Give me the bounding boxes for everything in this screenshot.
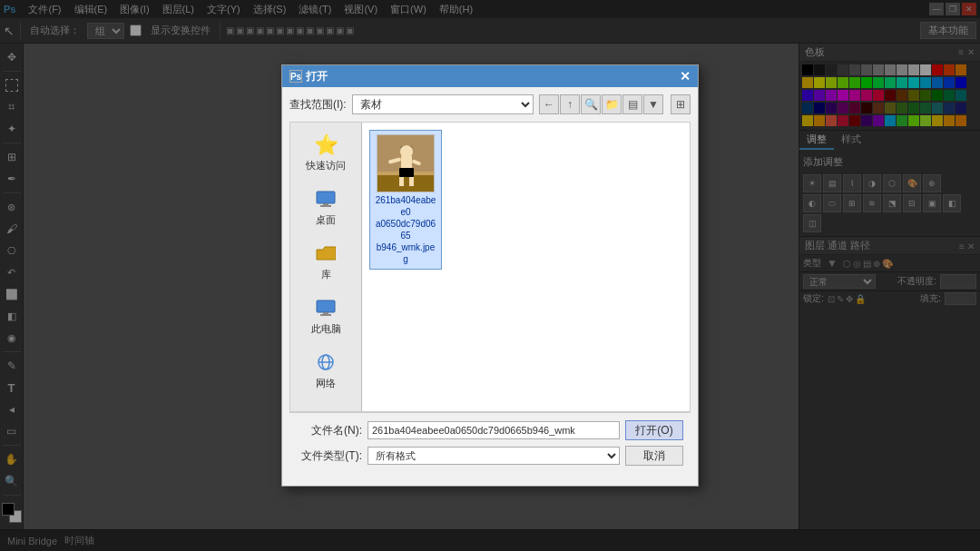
dialog-overlay: Ps 打开 ✕ 查找范围(I): 素材 ← ↑ 🔍 📁 ▤ ▼ ⊞ — [0, 0, 980, 551]
desktop-label: 桌面 — [316, 213, 336, 227]
filetype-row: 文件类型(T): 所有格式 取消 — [297, 446, 683, 466]
svg-rect-2 — [320, 205, 331, 207]
nav-up-button[interactable]: ↑ — [560, 94, 580, 114]
svg-point-14 — [400, 145, 413, 158]
location-select[interactable]: 素材 — [352, 94, 534, 114]
nav-view-button[interactable]: ▤ — [622, 94, 642, 114]
sidebar-quick-access[interactable]: ⭐ 快速访问 — [290, 130, 361, 176]
sidebar-library[interactable]: 库 — [290, 241, 361, 285]
filetype-label: 文件类型(T): — [297, 448, 362, 464]
cancel-button[interactable]: 取消 — [625, 446, 683, 466]
nav-buttons: ← ↑ 🔍 📁 ▤ ▼ — [539, 94, 663, 114]
quick-access-icon: ⭐ — [314, 133, 338, 157]
dialog-sidebar: ⭐ 快速访问 桌面 — [289, 122, 362, 412]
svg-rect-0 — [317, 192, 335, 203]
library-label: 库 — [321, 268, 331, 281]
nav-extra-button[interactable]: ⊞ — [671, 94, 691, 114]
svg-rect-15 — [399, 168, 414, 177]
this-pc-icon — [316, 300, 336, 320]
dialog-body: 查找范围(I): 素材 ← ↑ 🔍 📁 ▤ ▼ ⊞ — [282, 87, 698, 486]
network-label: 网络 — [316, 377, 336, 390]
sidebar-this-pc[interactable]: 此电脑 — [290, 296, 361, 339]
svg-rect-17 — [409, 177, 414, 186]
svg-rect-1 — [323, 203, 328, 205]
desktop-icon — [316, 191, 336, 212]
dialog-ps-icon: Ps — [289, 70, 302, 83]
dialog-close-button[interactable]: ✕ — [680, 69, 691, 84]
quick-access-label: 快速访问 — [306, 159, 346, 172]
dialog-bottom: 文件名(N): 打开(O) 文件类型(T): 所有格式 取消 — [289, 412, 691, 478]
filename-row: 文件名(N): 打开(O) — [297, 420, 683, 440]
library-icon — [316, 245, 336, 266]
file-name-label: 261ba404eabee0a0650dc79d0665b946_wmk.jpe… — [374, 194, 437, 265]
svg-rect-12 — [377, 175, 435, 192]
dialog-content: ⭐ 快速访问 桌面 — [289, 122, 691, 412]
network-icon — [316, 354, 336, 375]
nav-options-button[interactable]: ▼ — [643, 94, 663, 114]
sidebar-network[interactable]: 网络 — [290, 350, 361, 394]
nav-back-button[interactable]: ← — [539, 94, 559, 114]
svg-rect-5 — [323, 312, 328, 314]
svg-rect-4 — [317, 300, 335, 312]
open-button[interactable]: 打开(O) — [625, 420, 683, 440]
location-label: 查找范围(I): — [289, 97, 347, 113]
dialog-file-area[interactable]: 261ba404eabee0a0650dc79d0665b946_wmk.jpe… — [362, 122, 691, 412]
filename-label: 文件名(N): — [297, 423, 362, 438]
nav-search-button[interactable]: 🔍 — [581, 94, 601, 114]
file-thumbnail — [377, 134, 435, 192]
filetype-select[interactable]: 所有格式 — [368, 447, 620, 465]
this-pc-label: 此电脑 — [311, 322, 341, 336]
dialog-location-bar: 查找范围(I): 素材 ← ↑ 🔍 📁 ▤ ▼ ⊞ — [289, 94, 691, 114]
dialog-titlebar: Ps 打开 ✕ — [282, 65, 698, 87]
file-item-bruce-lee[interactable]: 261ba404eabee0a0650dc79d0665b946_wmk.jpe… — [369, 130, 442, 270]
sidebar-desktop[interactable]: 桌面 — [290, 187, 361, 231]
open-file-dialog: Ps 打开 ✕ 查找范围(I): 素材 ← ↑ 🔍 📁 ▤ ▼ ⊞ — [281, 64, 699, 487]
svg-rect-16 — [399, 177, 404, 186]
svg-rect-6 — [320, 314, 331, 316]
svg-marker-3 — [317, 247, 336, 260]
dialog-title: 打开 — [306, 69, 328, 84]
filename-input[interactable] — [368, 421, 620, 439]
nav-new-folder-button[interactable]: 📁 — [602, 94, 622, 114]
